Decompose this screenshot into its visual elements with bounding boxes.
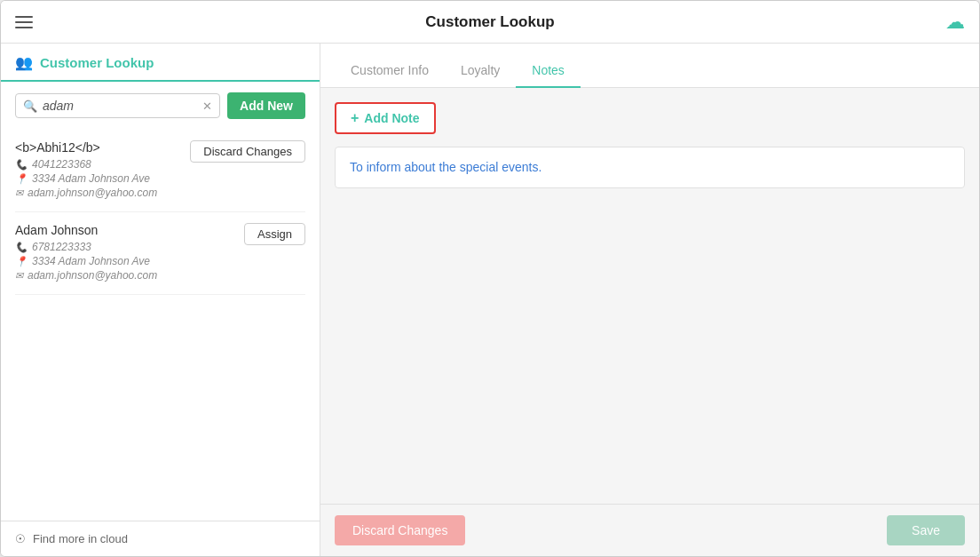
find-cloud-label: Find more in cloud: [33, 532, 128, 545]
discard-changes-button[interactable]: Discard Changes: [335, 515, 465, 545]
add-note-plus-icon: +: [351, 110, 359, 126]
add-note-button[interactable]: + Add Note: [335, 102, 436, 134]
customer-phone-row-2: 📞 6781223333: [15, 241, 233, 253]
top-bar-right: ☁: [945, 11, 965, 34]
customer-email-2: adam.johnson@yahoo.com: [28, 269, 157, 282]
assign-button-2[interactable]: Assign: [244, 223, 305, 245]
save-button[interactable]: Save: [887, 515, 965, 545]
app-window: Customer Lookup ☁ 👥 Customer Lookup 🔍 ✕ …: [0, 0, 980, 557]
cloud-icon: ☁: [945, 11, 965, 33]
tab-loyalty[interactable]: Loyalty: [445, 52, 516, 88]
people-icon: 👥: [15, 54, 33, 71]
customer-phone-1: 4041223368: [32, 158, 91, 171]
menu-icon[interactable]: [15, 16, 33, 28]
search-icon: 🔍: [23, 99, 37, 113]
customer-phone-2: 6781223333: [32, 241, 91, 253]
customer-address-1: 3334 Adam Johnson Ave: [32, 172, 150, 185]
phone-icon-1: 📞: [15, 159, 28, 171]
customer-phone-row-1: 📞 4041223368: [15, 158, 179, 171]
right-panel: Customer Info Loyalty Notes + Add Note T…: [320, 44, 979, 556]
address-icon-1: 📍: [15, 173, 28, 185]
search-box: 🔍 ✕: [15, 93, 220, 118]
left-panel-footer: ☉ Find more in cloud: [1, 521, 320, 556]
app-title: Customer Lookup: [425, 13, 554, 31]
note-text-1: To inform about the special events.: [350, 160, 541, 174]
assign-button-1[interactable]: Discard Changes: [190, 140, 305, 163]
clear-icon[interactable]: ✕: [202, 99, 212, 113]
customer-email-row-2: ✉ adam.johnson@yahoo.com: [15, 269, 233, 282]
add-new-button[interactable]: Add New: [227, 92, 305, 119]
search-row: 🔍 ✕ Add New: [1, 82, 320, 130]
main-content: 👥 Customer Lookup 🔍 ✕ Add New <b>Abhi12<…: [1, 44, 979, 556]
right-panel-body: + Add Note To inform about the special e…: [320, 88, 979, 504]
customer-name-1: <b>Abhi12</b>: [15, 140, 179, 155]
customer-address-row-1: 📍 3334 Adam Johnson Ave: [15, 172, 179, 185]
right-panel-footer: Discard Changes Save: [320, 504, 979, 556]
phone-icon-2: 📞: [15, 242, 28, 253]
customer-list: <b>Abhi12</b> 📞 4041223368 📍 3334 Adam J…: [1, 130, 320, 521]
left-panel-title: Customer Lookup: [40, 55, 154, 70]
note-item-1: To inform about the special events.: [335, 147, 965, 188]
customer-details-2: Adam Johnson 📞 6781223333 📍 3334 Adam Jo…: [15, 223, 233, 283]
customer-address-2: 3334 Adam Johnson Ave: [32, 255, 150, 267]
customer-address-row-2: 📍 3334 Adam Johnson Ave: [15, 255, 233, 267]
address-icon-2: 📍: [15, 256, 28, 267]
customer-name-2: Adam Johnson: [15, 223, 233, 237]
customer-details-1: <b>Abhi12</b> 📞 4041223368 📍 3334 Adam J…: [15, 140, 179, 201]
tab-customer-info[interactable]: Customer Info: [335, 52, 445, 88]
tabs-bar: Customer Info Loyalty Notes: [320, 44, 979, 88]
search-input[interactable]: [43, 99, 202, 113]
customer-item: <b>Abhi12</b> 📞 4041223368 📍 3334 Adam J…: [15, 130, 305, 212]
top-bar: Customer Lookup ☁: [1, 1, 979, 44]
left-panel: 👥 Customer Lookup 🔍 ✕ Add New <b>Abhi12<…: [1, 44, 320, 556]
tab-notes[interactable]: Notes: [516, 52, 581, 88]
top-bar-left: [15, 16, 33, 28]
add-note-label: Add Note: [364, 111, 419, 125]
email-icon-2: ✉: [15, 270, 23, 282]
customer-email-row-1: ✉ adam.johnson@yahoo.com: [15, 187, 179, 199]
left-panel-header: 👥 Customer Lookup: [1, 44, 320, 82]
cloud-footer-icon: ☉: [15, 532, 26, 545]
customer-item-2: Adam Johnson 📞 6781223333 📍 3334 Adam Jo…: [15, 212, 305, 295]
customer-email-1: adam.johnson@yahoo.com: [28, 187, 157, 199]
email-icon-1: ✉: [15, 187, 23, 199]
